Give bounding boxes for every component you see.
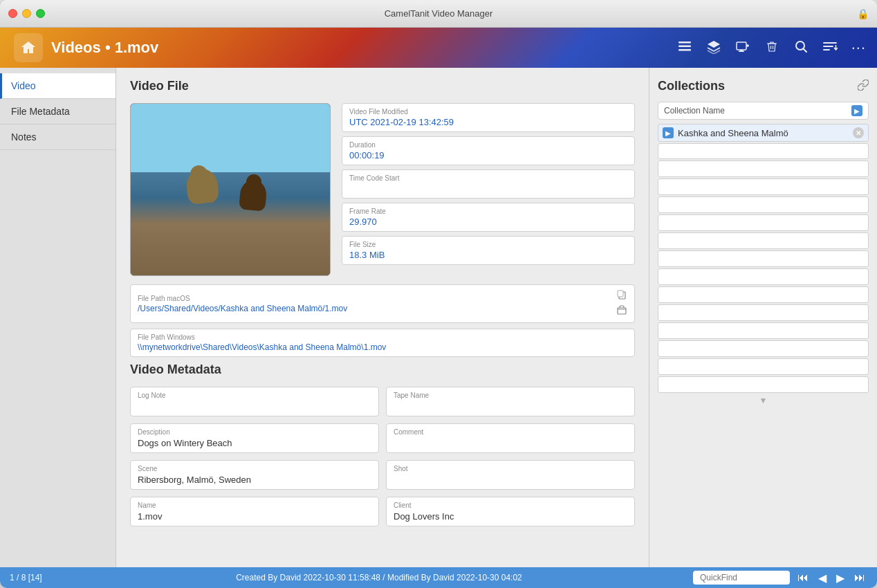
list-view-icon[interactable] [677,39,692,57]
video-thumbnail [130,103,331,276]
device-add-icon[interactable] [735,39,750,57]
sidebar-item-notes[interactable]: Notes [0,125,116,150]
nav-prev-button[interactable]: ◀ [816,571,829,585]
scene-input[interactable] [138,475,371,485]
collection-empty-row-13 [658,376,869,393]
video-metadata-section: Video Metadata Log Note Tape Name Descip… [130,362,635,526]
collection-item-clear-button[interactable]: ✕ [853,127,864,138]
modified-field: Video File Modified UTC 2021-02-19 13:42… [342,103,635,132]
maximize-button[interactable] [36,9,45,18]
client-input[interactable] [394,511,627,522]
collection-empty-row-10 [658,322,869,339]
minimize-button[interactable] [22,9,31,18]
status-right: ⏮ ◀ ▶ ⏭ [693,571,867,585]
toolbar: Videos • 1.mov [0,28,877,68]
collection-empty-row-6 [658,250,869,267]
content-area: Video File [116,68,649,567]
nav-first-button[interactable]: ⏮ [795,571,811,584]
lock-icon: 🔒 [857,8,869,19]
shot-input[interactable] [394,475,627,485]
collections-panel: Collections Collection Name ▶ ▶ [649,68,877,567]
video-meta-panel: Video File Modified UTC 2021-02-19 13:42… [342,103,635,276]
toolbar-title: Videos • 1.mov [51,39,677,57]
filesize-value: 18.3 MiB [349,250,627,260]
svg-rect-2 [678,49,691,51]
timecode-field: Time Code Start [342,169,635,199]
collection-expand-button[interactable]: ▶ [851,105,862,116]
filepath-windows-row: File Path Windows \\mynetworkdrive\Share… [130,329,635,357]
app-window: CamelTanit Video Manager 🔒 Videos • 1.mo… [0,0,877,588]
framerate-label: Frame Rate [349,208,627,215]
filepath-macos-row: File Path macOS /Users/Shared/Videos/Kas… [130,284,635,323]
collection-empty-row-1 [658,160,869,177]
collection-search-input[interactable] [663,146,864,156]
svg-rect-8 [618,291,623,297]
collection-empty-row-12 [658,358,869,375]
quickfind-input[interactable] [693,571,790,585]
title-bar: CamelTanit Video Manager 🔒 [0,0,877,28]
comment-field: Comment [386,423,635,453]
video-file-row: Video File Modified UTC 2021-02-19 13:42… [130,103,635,276]
home-button[interactable] [11,30,46,65]
filepath-windows-label: File Path Windows [138,333,627,341]
delete-icon[interactable] [764,39,779,57]
sidebar: Video File Metadata Notes [0,68,116,567]
tape-name-field: Tape Name [386,387,635,416]
scroll-down-area: ▼ [658,396,869,405]
svg-point-6 [796,42,804,50]
close-button[interactable] [8,9,17,18]
nav-next-button[interactable]: ▶ [834,571,847,585]
svg-rect-1 [678,45,691,47]
collection-empty-row-8 [658,286,869,303]
log-note-input[interactable] [138,401,371,412]
collection-empty-row-9 [658,304,869,321]
description-input[interactable] [138,438,371,448]
filesize-label: File Size [349,241,627,248]
timecode-label: Time Code Start [349,174,627,182]
more-options-icon[interactable]: ··· [851,39,866,57]
search-magnify-icon[interactable] [793,39,809,57]
collections-title: Collections [658,79,725,93]
svg-rect-9 [618,308,626,314]
collection-item-arrow[interactable]: ▶ [663,127,674,138]
framerate-value: 29.970 [349,217,627,227]
main-layout: Video File Metadata Notes Video File [0,68,877,567]
duration-label: Duration [349,141,627,149]
layers-icon[interactable] [706,39,721,57]
sidebar-item-file-metadata[interactable]: File Metadata [0,99,116,125]
toolbar-actions: ··· [677,39,866,57]
link-icon[interactable] [858,80,869,93]
dog-2-head [246,174,261,190]
collection-item-active[interactable]: ▶ Kashka and Sheena Malmö ✕ [658,124,869,142]
sidebar-item-video[interactable]: Video [0,73,116,99]
comment-input[interactable] [394,438,627,448]
reveal-file-icon[interactable] [616,304,627,318]
home-icon-box [14,33,43,62]
framerate-field: Frame Rate 29.970 [342,203,635,232]
name-input[interactable] [138,511,371,522]
copy-path-icon[interactable] [616,289,627,303]
shot-field: Shot [386,460,635,490]
collection-empty-row-5 [658,232,869,249]
name-field: Name [130,497,379,526]
nav-last-button[interactable]: ⏭ [852,571,867,584]
sort-icon[interactable] [822,39,838,57]
scroll-down-icon[interactable]: ▼ [759,396,768,405]
log-note-field: Log Note [130,387,379,416]
collection-column-label: Collection Name [664,106,851,116]
modified-label: Video File Modified [349,108,627,116]
collection-empty-row-2 [658,178,869,195]
collection-empty-row-11 [658,340,869,357]
traffic-lights [8,9,45,18]
collection-column-header: Collection Name ▶ [658,102,869,120]
toolbar-filename: 1.mov [115,39,159,56]
video-file-title: Video File [130,79,635,93]
collections-header: Collections [658,79,869,93]
window-title: CamelTanit Video Manager [385,8,493,19]
video-metadata-title: Video Metadata [130,362,635,377]
collection-empty-row-7 [658,268,869,285]
svg-rect-5 [739,50,744,52]
status-info: Created By David 2022-10-30 11:58:48 / M… [65,573,693,582]
duration-value: 00:00:19 [349,150,627,160]
tape-name-input[interactable] [394,401,627,412]
